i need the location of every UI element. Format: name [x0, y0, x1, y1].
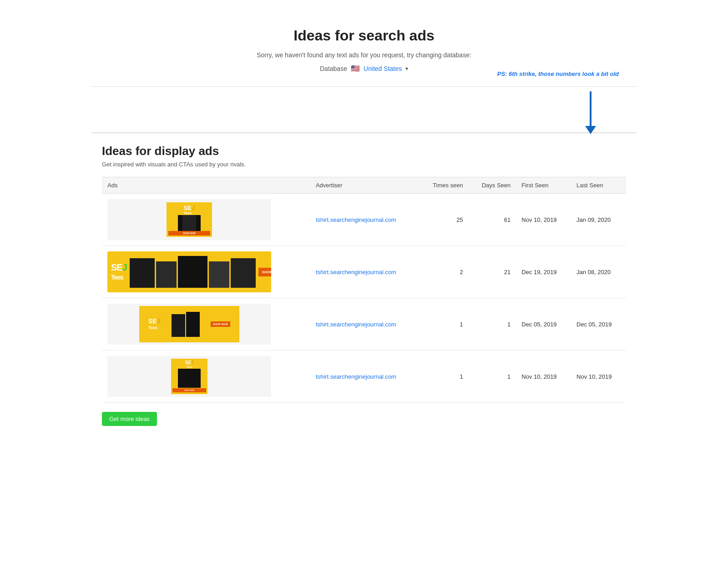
col-days-seen: Days Seen [469, 177, 516, 194]
search-ads-title: Ideas for search ads [100, 27, 628, 44]
table-row: SEJ Tees SHOP NOW [102, 298, 626, 351]
first-seen-cell: Dec 19, 2019 [516, 246, 571, 298]
advertiser-cell: tshirt.searchenginejournal.com [310, 194, 420, 246]
table-row: SEJ Tees SHOP NOW [102, 246, 626, 298]
flag-icon: 🇺🇸 [351, 64, 360, 73]
table-row: SEJ Tees SHOP NOW [102, 194, 626, 246]
last-seen-cell: Jan 09, 2020 [571, 194, 626, 246]
table-row: SEJ Tees SHOP NOW tshirt.searchenginejou… [102, 351, 626, 403]
ad-thumbnail-cell: SEJ Tees SHOP NOW [102, 194, 310, 246]
last-seen-cell: Jan 08, 2020 [571, 246, 626, 298]
advertiser-cell: tshirt.searchenginejournal.com [310, 351, 420, 403]
ad-thumbnail-cell: SEJ Tees SHOP NOW [102, 298, 310, 351]
ad-thumbnail-2: SEJ Tees SHOP NOW [107, 251, 271, 292]
col-first-seen: First Seen [516, 177, 571, 194]
country-selector[interactable]: United States [364, 65, 402, 72]
col-last-seen: Last Seen [571, 177, 626, 194]
times-seen-cell: 1 [420, 351, 469, 403]
col-advertiser: Advertiser [310, 177, 420, 194]
last-seen-cell: Nov 10, 2019 [571, 351, 626, 403]
arrow-container [91, 87, 637, 132]
down-arrow-icon [590, 91, 592, 128]
advertiser-cell: tshirt.searchenginejournal.com [310, 298, 420, 351]
ad-thumbnail-1: SEJ Tees SHOP NOW [107, 199, 271, 240]
ads-table: Ads Advertiser Times seen Days Seen Firs… [102, 177, 626, 403]
ad-thumbnail-cell: SEJ Tees SHOP NOW [102, 351, 310, 403]
ad-thumbnail-cell: SEJ Tees SHOP NOW [102, 246, 310, 298]
col-times-seen: Times seen [420, 177, 469, 194]
ad-thumbnail-4: SEJ Tees SHOP NOW [107, 356, 271, 397]
display-ads-section: Ideas for display ads Get inspired with … [91, 132, 637, 440]
display-ads-subtitle: Get inspired with visuals and CTAs used … [102, 161, 626, 168]
ps-link[interactable]: PS: 6th strike, those numbers look a bit… [497, 70, 619, 77]
advertiser-link-4[interactable]: tshirt.searchenginejournal.com [316, 373, 396, 380]
advertiser-link-2[interactable]: tshirt.searchenginejournal.com [316, 269, 396, 275]
last-seen-cell: Dec 05, 2019 [571, 298, 626, 351]
table-header-row: Ads Advertiser Times seen Days Seen Firs… [102, 177, 626, 194]
first-seen-cell: Nov 10, 2019 [516, 194, 571, 246]
days-seen-cell: 21 [469, 246, 516, 298]
database-label: Database [320, 65, 347, 72]
times-seen-cell: 2 [420, 246, 469, 298]
ad-thumbnail-3: SEJ Tees SHOP NOW [107, 304, 271, 345]
days-seen-cell: 61 [469, 194, 516, 246]
days-seen-cell: 1 [469, 298, 516, 351]
search-ads-subtitle: Sorry, we haven't found any text ads for… [100, 51, 628, 59]
times-seen-cell: 1 [420, 298, 469, 351]
chevron-down-icon[interactable]: ▾ [405, 65, 408, 72]
first-seen-cell: Dec 05, 2019 [516, 298, 571, 351]
first-seen-cell: Nov 10, 2019 [516, 351, 571, 403]
advertiser-cell: tshirt.searchenginejournal.com [310, 246, 420, 298]
display-ads-title: Ideas for display ads [102, 144, 626, 158]
col-ads: Ads [102, 177, 310, 194]
get-more-ideas-button[interactable]: Get more ideas [102, 412, 157, 426]
days-seen-cell: 1 [469, 351, 516, 403]
advertiser-link-1[interactable]: tshirt.searchenginejournal.com [316, 216, 396, 223]
search-ads-section: Ideas for search ads Sorry, we haven't f… [91, 0, 637, 87]
advertiser-link-3[interactable]: tshirt.searchenginejournal.com [316, 321, 396, 328]
times-seen-cell: 25 [420, 194, 469, 246]
